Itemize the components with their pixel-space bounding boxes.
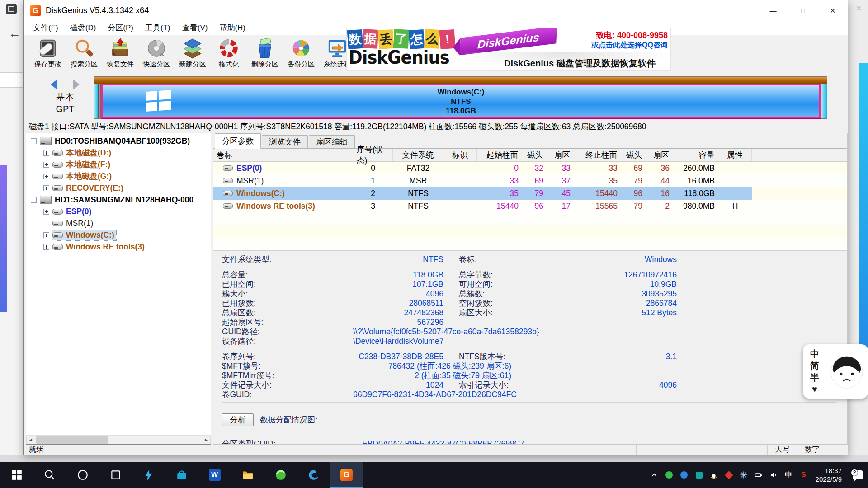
tree-node[interactable]: 本地磁盘(G:) <box>52 170 113 182</box>
table-row-esp-0-[interactable]: ESP(0)0FAT3203233336936260.0MB <box>213 162 847 174</box>
column-header-7[interactable]: 终止柱面 <box>574 149 621 161</box>
toolbar-search-partition[interactable]: 搜索分区 <box>66 35 102 69</box>
action-center-button[interactable]: 2 <box>847 462 868 488</box>
toolbar-recover-files[interactable]: 恢复文件 <box>102 35 138 69</box>
tree-item-5[interactable]: HD1:SAMSUNGMZNLN128HAHQ-000 <box>26 194 211 206</box>
maximize-button[interactable]: □ <box>788 0 818 21</box>
tree-horizontal-scrollbar[interactable]: ◄ ► <box>26 435 211 444</box>
tree-node[interactable]: HD1:SAMSUNGMZNLN128HAHQ-000 <box>40 195 195 205</box>
table-row-msr-1-[interactable]: MSR(1)1MSR33693735794416.0MB <box>213 174 847 187</box>
tree-item-7[interactable]: MSR(1) <box>26 217 211 229</box>
tree-node[interactable]: Windows RE tools(3) <box>52 242 146 252</box>
column-header-9[interactable]: 扇区 <box>646 149 673 161</box>
menu-item-0[interactable]: 文件(F) <box>27 21 64 34</box>
expand-icon[interactable] <box>43 244 49 250</box>
column-header-10[interactable]: 容量 <box>673 149 718 161</box>
ime-item-2[interactable]: 半 <box>810 372 819 382</box>
tab-0[interactable]: 分区参数 <box>215 133 261 149</box>
tray-volume-icon[interactable] <box>766 462 781 488</box>
tree-node[interactable]: MSR(1) <box>52 218 95 229</box>
tray-teal-icon[interactable] <box>692 462 707 488</box>
task-view-button[interactable] <box>99 462 132 488</box>
expand-icon[interactable] <box>43 232 49 238</box>
partition-block-windows-c[interactable]: Windows(C:) NTFS 118.0GB <box>101 84 821 118</box>
minimize-button[interactable]: — <box>758 0 788 21</box>
menu-item-3[interactable]: 工具(T) <box>139 21 176 34</box>
expand-icon[interactable] <box>43 174 49 179</box>
tree-node[interactable]: HD0:TOSHIBAMQ04ABF100(932GB) <box>40 136 192 146</box>
scroll-right-arrow-icon[interactable]: ► <box>202 436 211 444</box>
table-row-windows-re-tools-3-[interactable]: Windows RE tools(3)3NTFS1544096171556579… <box>213 200 847 212</box>
pinned-edge[interactable] <box>297 462 330 488</box>
scrollbar-thumb[interactable] <box>36 436 108 444</box>
tab-1[interactable]: 浏览文件 <box>262 135 308 148</box>
tree-item-3[interactable]: 本地磁盘(G:) <box>26 170 211 182</box>
column-header-3[interactable]: 标识 <box>443 149 477 161</box>
tree-item-8[interactable]: Windows(C:) <box>26 229 211 241</box>
table-row-windows-c-[interactable]: Windows(C:)2NTFS357945154409616118.0GB <box>213 187 847 200</box>
collapse-icon[interactable] <box>31 197 37 203</box>
tray-ime-indicator[interactable]: 中 <box>781 462 796 488</box>
ime-item-0[interactable]: 中 <box>810 349 819 359</box>
expand-icon[interactable] <box>43 209 49 215</box>
toolbar-quick-partition[interactable]: 快速分区 <box>138 35 175 69</box>
tree-item-4[interactable]: RECOVERY(E:) <box>26 182 211 194</box>
analyze-button[interactable]: 分析 <box>222 413 254 426</box>
tab-2[interactable]: 扇区编辑 <box>309 135 355 148</box>
toolbar-format[interactable]: 格式化 <box>211 35 247 69</box>
pinned-lightning[interactable] <box>132 462 165 488</box>
tree-item-9[interactable]: Windows RE tools(3) <box>26 241 211 253</box>
tray-chevron-up-icon[interactable] <box>647 462 662 488</box>
expand-icon[interactable] <box>43 150 49 156</box>
cortana-button[interactable] <box>66 462 99 488</box>
tray-green-icon[interactable] <box>662 462 677 488</box>
pinned-word[interactable]: W <box>198 462 231 488</box>
tree-item-2[interactable]: 本地磁盘(F:) <box>26 159 211 170</box>
taskbar-clock[interactable]: 18:37 2022/5/9 <box>816 466 842 483</box>
tray-qq-icon[interactable] <box>707 462 722 488</box>
toolbar-save-changes[interactable]: 保存更改 <box>30 35 66 69</box>
next-disk-arrow-icon[interactable] <box>73 80 80 89</box>
start-button[interactable] <box>0 462 33 488</box>
toolbar-new-partition[interactable]: 新建分区 <box>175 35 211 69</box>
search-button[interactable] <box>33 462 66 488</box>
menu-item-5[interactable]: 帮助(H) <box>213 21 251 34</box>
tree-item-0[interactable]: HD0:TOSHIBAMQ04ABF100(932GB) <box>26 135 211 147</box>
tray-sogou-icon[interactable]: S <box>796 462 811 488</box>
tree-node[interactable]: ESP(0) <box>52 206 93 217</box>
pinned-diskgenius[interactable]: G <box>330 462 363 488</box>
column-header-8[interactable]: 磁头 <box>621 149 646 161</box>
collapse-icon[interactable] <box>31 138 37 144</box>
column-header-1[interactable]: 序号(状态) <box>353 149 393 161</box>
tree-item-6[interactable]: ESP(0) <box>26 206 211 217</box>
pinned-green-browser[interactable] <box>264 462 297 488</box>
scroll-left-arrow-icon[interactable]: ◄ <box>26 436 35 444</box>
tree-node[interactable]: RECOVERY(E:) <box>52 183 125 193</box>
menu-item-1[interactable]: 磁盘(D) <box>64 21 102 34</box>
promo-banner[interactable]: 数据丢了怎么! DiskGenius DiskGenius 致电: 400-00… <box>346 28 671 71</box>
column-header-2[interactable]: 文件系统 <box>393 149 443 161</box>
tray-red-icon[interactable] <box>722 462 736 488</box>
partition-block-esp[interactable] <box>94 84 99 118</box>
column-header-0[interactable]: 卷标 <box>213 149 353 161</box>
toolbar-delete-partition[interactable]: 删除分区 <box>247 35 283 69</box>
toolbar-backup-partition[interactable]: 备份分区 <box>283 35 319 69</box>
close-button[interactable]: ✕ <box>818 0 848 21</box>
menu-item-4[interactable]: 查看(V) <box>176 21 214 34</box>
tree-item-1[interactable]: 本地磁盘(D:) <box>26 147 211 159</box>
back-arrow-icon[interactable]: ← <box>8 26 21 41</box>
column-header-5[interactable]: 磁头 <box>522 149 547 161</box>
banner-qq-link[interactable]: 或点击此处选择QQ咨询 <box>591 40 668 50</box>
tray-battery-icon[interactable] <box>751 462 766 488</box>
prev-disk-arrow-icon[interactable] <box>51 80 57 89</box>
expand-icon[interactable] <box>43 162 49 168</box>
tray-snowflake-icon[interactable] <box>736 462 751 488</box>
expand-icon[interactable] <box>43 185 49 191</box>
tree-node[interactable]: 本地磁盘(D:) <box>52 147 113 159</box>
column-header-11[interactable]: 属性 <box>718 149 752 161</box>
tree-node[interactable]: 本地磁盘(F:) <box>52 159 112 170</box>
scrollbar-track[interactable] <box>35 436 202 444</box>
pinned-file-explorer[interactable] <box>231 462 264 488</box>
ime-item-1[interactable]: 简 <box>810 361 819 371</box>
column-header-4[interactable]: 起始柱面 <box>477 149 522 161</box>
